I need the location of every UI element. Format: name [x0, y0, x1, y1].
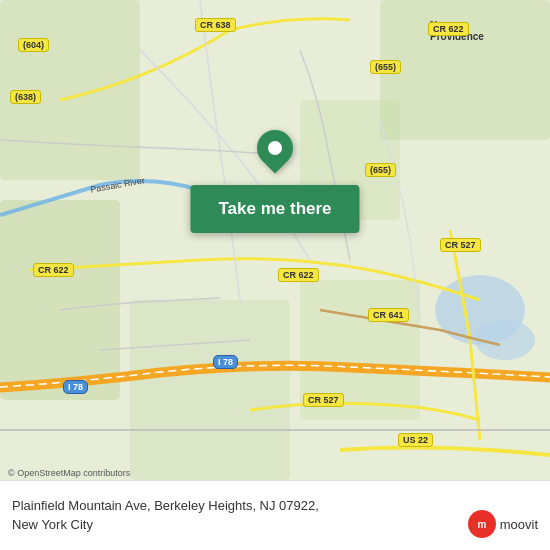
svg-rect-3: [0, 200, 120, 400]
moovit-brand-text: moovit: [500, 517, 538, 532]
map-container: CR 638 (604) (638) (655) CR 622 (655) CR…: [0, 0, 550, 480]
address-line1: Plainfield Mountain Ave, Berkeley Height…: [12, 498, 319, 513]
map-pin: [257, 130, 293, 166]
moovit-icon: m: [468, 510, 496, 538]
pin-marker: [250, 123, 301, 174]
svg-text:m: m: [477, 519, 486, 530]
road-badge-cr622-top: CR 622: [428, 22, 469, 36]
osm-attribution: © OpenStreetMap contributors: [8, 468, 130, 478]
road-badge-cr604: (604): [18, 38, 49, 52]
take-me-there-button[interactable]: Take me there: [190, 185, 359, 233]
address-line2: New York City: [12, 517, 93, 532]
road-badge-cr622-left: CR 622: [33, 263, 74, 277]
road-badge-cr638-left: (638): [10, 90, 41, 104]
moovit-svg-icon: m: [473, 515, 491, 533]
road-badge-cr655-mid: (655): [365, 163, 396, 177]
address-text: Plainfield Mountain Ave, Berkeley Height…: [12, 497, 319, 533]
moovit-logo: m moovit: [468, 510, 538, 538]
road-badge-cr641: CR 641: [368, 308, 409, 322]
svg-rect-7: [130, 300, 290, 480]
road-badge-cr655-top: (655): [370, 60, 401, 74]
svg-rect-5: [380, 0, 550, 140]
road-badge-i78-left: I 78: [63, 380, 88, 394]
road-badge-cr622-mid: CR 622: [278, 268, 319, 282]
road-badge-cr527-bot: CR 527: [303, 393, 344, 407]
bottom-bar: Plainfield Mountain Ave, Berkeley Height…: [0, 480, 550, 550]
road-badge-cr527-right: CR 527: [440, 238, 481, 252]
pin-inner: [268, 141, 282, 155]
road-badge-cr638-top: CR 638: [195, 18, 236, 32]
road-badge-i78-mid: I 78: [213, 355, 238, 369]
road-badge-us22: US 22: [398, 433, 433, 447]
